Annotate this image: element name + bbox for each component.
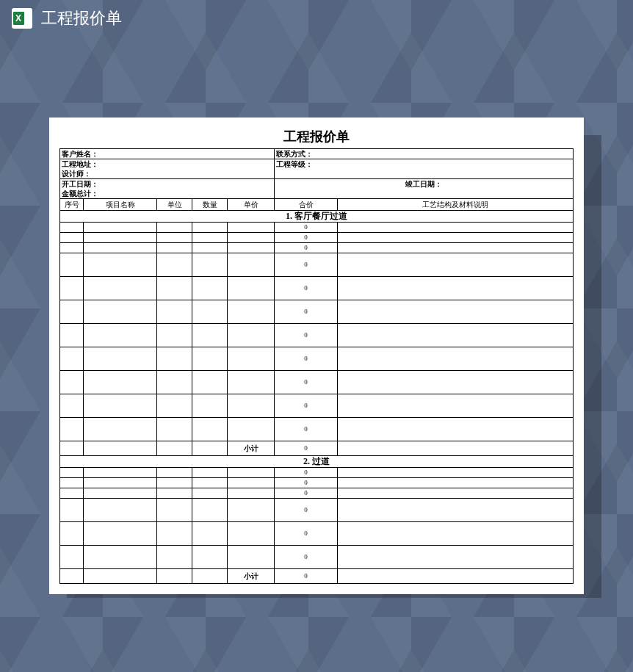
- col-desc: 工艺结构及材料说明: [338, 199, 574, 211]
- cell: [338, 347, 574, 371]
- cell: [338, 546, 574, 569]
- cell: [228, 499, 275, 522]
- cell: [338, 233, 574, 243]
- subtotal-row: 小计0: [60, 441, 574, 456]
- cell: [84, 253, 157, 277]
- cell: [192, 441, 228, 456]
- cell: [157, 300, 192, 324]
- data-row: 0: [60, 394, 574, 418]
- cell: [338, 277, 574, 300]
- col-price: 单价: [228, 199, 275, 211]
- cell: [84, 223, 157, 233]
- cell: [84, 324, 157, 347]
- field-start-date: 开工日期：: [60, 179, 275, 189]
- cell: [157, 347, 192, 371]
- cell: [228, 233, 275, 243]
- subtotal-value: 0: [275, 441, 338, 456]
- info-row-1: 客户姓名： 联系方式：: [60, 149, 574, 159]
- cell: [338, 300, 574, 324]
- cell: [228, 371, 275, 394]
- data-row: 0: [60, 324, 574, 347]
- cell: [228, 324, 275, 347]
- field-total-amount: 金额总计：: [60, 189, 275, 199]
- cell: 0: [275, 478, 338, 488]
- cell: [192, 243, 228, 253]
- cell: [84, 569, 157, 584]
- cell: [60, 394, 84, 418]
- col-seq: 序号: [60, 199, 84, 211]
- cell: [228, 478, 275, 488]
- section-title-row: 2. 过道: [60, 456, 574, 468]
- data-row: 0: [60, 478, 574, 488]
- cell: 0: [275, 371, 338, 394]
- field-project-level: 工程等级：: [275, 159, 574, 170]
- cell: [338, 324, 574, 347]
- cell: [192, 569, 228, 584]
- cell: [84, 468, 157, 478]
- cell: [60, 546, 84, 569]
- cell: [157, 418, 192, 441]
- cell: [157, 277, 192, 300]
- data-row: 0: [60, 300, 574, 324]
- cell: [60, 441, 84, 456]
- cell: [192, 478, 228, 488]
- cell: [84, 418, 157, 441]
- cell: [60, 499, 84, 522]
- cell: [84, 499, 157, 522]
- cell: [60, 324, 84, 347]
- cell: [192, 347, 228, 371]
- data-row: 0: [60, 277, 574, 300]
- cell: [192, 418, 228, 441]
- cell: [60, 468, 84, 478]
- document-container: 工程报价单 客户姓名： 联系方式： 工程地址： 工程等级： 设计师：: [49, 118, 584, 594]
- cell: [192, 546, 228, 569]
- field-end-date: 竣工日期：: [275, 179, 574, 189]
- data-row: 0: [60, 522, 574, 546]
- cell: [192, 223, 228, 233]
- cell: [60, 253, 84, 277]
- cell: 0: [275, 223, 338, 233]
- cell: [157, 569, 192, 584]
- document-sheet: 工程报价单 客户姓名： 联系方式： 工程地址： 工程等级： 设计师：: [49, 118, 584, 594]
- cell: [192, 300, 228, 324]
- cell: 0: [275, 468, 338, 478]
- cell: [338, 478, 574, 488]
- cell: [338, 499, 574, 522]
- cell: [60, 300, 84, 324]
- document-title: 工程报价单: [59, 128, 574, 148]
- cell: [60, 243, 84, 253]
- cell: [84, 243, 157, 253]
- quotation-table: 客户姓名： 联系方式： 工程地址： 工程等级： 设计师： 开工日期： 竣工日期：…: [59, 148, 574, 584]
- cell: [228, 546, 275, 569]
- cell: [338, 488, 574, 499]
- cell: [192, 253, 228, 277]
- cell: [60, 233, 84, 243]
- column-header-row: 序号 项目名称 单位 数量 单价 合价 工艺结构及材料说明: [60, 199, 574, 211]
- field-designer: 设计师：: [60, 169, 275, 179]
- cell: 0: [275, 522, 338, 546]
- excel-file-icon: [12, 8, 32, 29]
- cell: [192, 394, 228, 418]
- field-project-address: 工程地址：: [60, 159, 275, 170]
- info-row-2: 工程地址： 工程等级：: [60, 159, 574, 170]
- cell: [228, 223, 275, 233]
- cell: 0: [275, 277, 338, 300]
- cell: [228, 277, 275, 300]
- cell: [338, 468, 574, 478]
- subtotal-row: 小计0: [60, 569, 574, 584]
- cell: [84, 478, 157, 488]
- data-row: 0: [60, 488, 574, 499]
- cell: [84, 347, 157, 371]
- data-row: 0: [60, 347, 574, 371]
- cell: 0: [275, 546, 338, 569]
- data-row: 0: [60, 499, 574, 522]
- window-title: 工程报价单: [41, 7, 122, 29]
- info-row-4: 开工日期： 竣工日期：: [60, 179, 574, 189]
- section-title: 2. 过道: [60, 456, 574, 468]
- cell: [157, 324, 192, 347]
- cell: [338, 569, 574, 584]
- cell: 0: [275, 324, 338, 347]
- cell: 0: [275, 253, 338, 277]
- cell: 0: [275, 300, 338, 324]
- section-title-row: 1. 客厅餐厅过道: [60, 211, 574, 223]
